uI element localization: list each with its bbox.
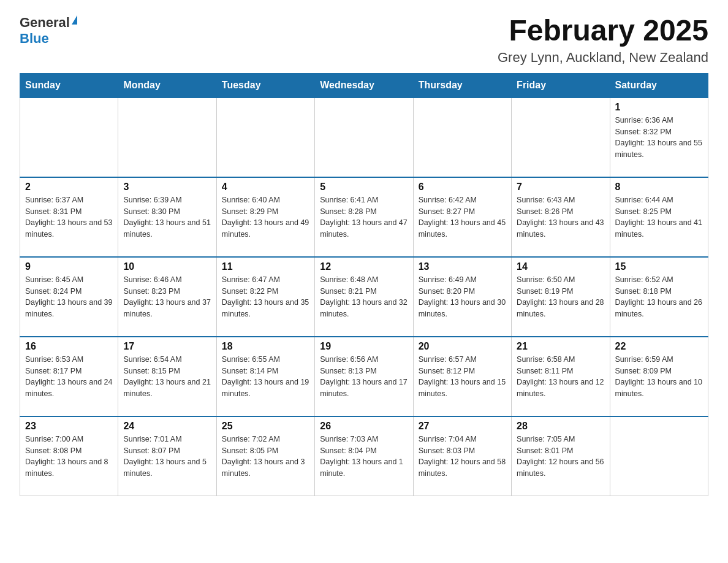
day-info: Sunrise: 6:55 AM Sunset: 8:14 PM Dayligh… bbox=[222, 354, 309, 400]
day-number: 17 bbox=[123, 341, 211, 352]
day-info: Sunrise: 7:05 AM Sunset: 8:01 PM Dayligh… bbox=[517, 434, 604, 480]
calendar-cell: 11Sunrise: 6:47 AM Sunset: 8:22 PM Dayli… bbox=[216, 257, 314, 337]
day-number: 3 bbox=[123, 182, 211, 193]
day-info: Sunrise: 7:04 AM Sunset: 8:03 PM Dayligh… bbox=[419, 434, 506, 480]
page-header: General Blue February 2025 Grey Lynn, Au… bbox=[20, 15, 708, 66]
day-number: 5 bbox=[320, 182, 408, 193]
day-number: 20 bbox=[419, 341, 506, 352]
calendar-cell: 17Sunrise: 6:54 AM Sunset: 8:15 PM Dayli… bbox=[118, 337, 216, 416]
day-number: 26 bbox=[320, 421, 408, 432]
day-info: Sunrise: 6:56 AM Sunset: 8:13 PM Dayligh… bbox=[320, 354, 408, 400]
calendar-cell: 25Sunrise: 7:02 AM Sunset: 8:05 PM Dayli… bbox=[216, 416, 314, 496]
logo: General Blue bbox=[20, 15, 77, 47]
calendar-cell: 20Sunrise: 6:57 AM Sunset: 8:12 PM Dayli… bbox=[413, 337, 511, 416]
day-number: 21 bbox=[517, 341, 604, 352]
day-info: Sunrise: 7:01 AM Sunset: 8:07 PM Dayligh… bbox=[123, 434, 211, 480]
logo-general-text: General bbox=[20, 15, 70, 31]
day-number: 11 bbox=[222, 261, 309, 272]
day-number: 4 bbox=[222, 182, 309, 193]
logo-triangle-icon bbox=[72, 15, 77, 25]
weekday-header-thursday: Thursday bbox=[413, 73, 511, 98]
logo-blue-text: Blue bbox=[20, 31, 49, 47]
day-number: 25 bbox=[222, 421, 309, 432]
day-info: Sunrise: 6:48 AM Sunset: 8:21 PM Dayligh… bbox=[320, 274, 408, 320]
day-info: Sunrise: 6:37 AM Sunset: 8:31 PM Dayligh… bbox=[25, 194, 113, 240]
calendar-cell bbox=[413, 98, 511, 177]
day-number: 19 bbox=[320, 341, 408, 352]
weekday-header-tuesday: Tuesday bbox=[216, 73, 314, 98]
day-info: Sunrise: 6:58 AM Sunset: 8:11 PM Dayligh… bbox=[517, 354, 604, 400]
day-info: Sunrise: 6:47 AM Sunset: 8:22 PM Dayligh… bbox=[222, 274, 309, 320]
calendar-cell: 4Sunrise: 6:40 AM Sunset: 8:29 PM Daylig… bbox=[216, 177, 314, 257]
day-info: Sunrise: 6:36 AM Sunset: 8:32 PM Dayligh… bbox=[615, 115, 703, 161]
calendar-cell bbox=[20, 98, 118, 177]
day-number: 2 bbox=[25, 182, 113, 193]
day-info: Sunrise: 7:00 AM Sunset: 8:08 PM Dayligh… bbox=[25, 434, 113, 480]
calendar-cell bbox=[216, 98, 314, 177]
calendar-cell: 27Sunrise: 7:04 AM Sunset: 8:03 PM Dayli… bbox=[413, 416, 511, 496]
day-info: Sunrise: 6:40 AM Sunset: 8:29 PM Dayligh… bbox=[222, 194, 309, 240]
calendar-cell: 24Sunrise: 7:01 AM Sunset: 8:07 PM Dayli… bbox=[118, 416, 216, 496]
day-number: 16 bbox=[25, 341, 113, 352]
weekday-header-friday: Friday bbox=[512, 73, 610, 98]
day-info: Sunrise: 7:02 AM Sunset: 8:05 PM Dayligh… bbox=[222, 434, 309, 480]
day-info: Sunrise: 6:53 AM Sunset: 8:17 PM Dayligh… bbox=[25, 354, 113, 400]
day-number: 15 bbox=[615, 261, 703, 272]
day-number: 7 bbox=[517, 182, 604, 193]
day-number: 12 bbox=[320, 261, 408, 272]
calendar-table: SundayMondayTuesdayWednesdayThursdayFrid… bbox=[20, 73, 708, 497]
weekday-header-wednesday: Wednesday bbox=[315, 73, 413, 98]
calendar-week-1: 1Sunrise: 6:36 AM Sunset: 8:32 PM Daylig… bbox=[20, 98, 708, 177]
day-number: 1 bbox=[615, 102, 703, 113]
calendar-week-4: 16Sunrise: 6:53 AM Sunset: 8:17 PM Dayli… bbox=[20, 337, 708, 416]
day-info: Sunrise: 6:50 AM Sunset: 8:19 PM Dayligh… bbox=[517, 274, 604, 320]
calendar-cell: 1Sunrise: 6:36 AM Sunset: 8:32 PM Daylig… bbox=[610, 98, 708, 177]
day-number: 24 bbox=[123, 421, 211, 432]
day-info: Sunrise: 6:41 AM Sunset: 8:28 PM Dayligh… bbox=[320, 194, 408, 240]
calendar-title: February 2025 bbox=[498, 15, 708, 47]
calendar-cell: 18Sunrise: 6:55 AM Sunset: 8:14 PM Dayli… bbox=[216, 337, 314, 416]
calendar-cell: 16Sunrise: 6:53 AM Sunset: 8:17 PM Dayli… bbox=[20, 337, 118, 416]
calendar-cell: 9Sunrise: 6:45 AM Sunset: 8:24 PM Daylig… bbox=[20, 257, 118, 337]
calendar-cell: 23Sunrise: 7:00 AM Sunset: 8:08 PM Dayli… bbox=[20, 416, 118, 496]
day-number: 18 bbox=[222, 341, 309, 352]
calendar-cell bbox=[512, 98, 610, 177]
day-number: 27 bbox=[419, 421, 506, 432]
day-info: Sunrise: 6:39 AM Sunset: 8:30 PM Dayligh… bbox=[123, 194, 211, 240]
day-info: Sunrise: 6:59 AM Sunset: 8:09 PM Dayligh… bbox=[615, 354, 703, 400]
day-info: Sunrise: 6:42 AM Sunset: 8:27 PM Dayligh… bbox=[419, 194, 506, 240]
day-info: Sunrise: 6:57 AM Sunset: 8:12 PM Dayligh… bbox=[419, 354, 506, 400]
day-number: 9 bbox=[25, 261, 113, 272]
calendar-cell: 7Sunrise: 6:43 AM Sunset: 8:26 PM Daylig… bbox=[512, 177, 610, 257]
weekday-header-row: SundayMondayTuesdayWednesdayThursdayFrid… bbox=[20, 73, 708, 98]
day-number: 8 bbox=[615, 182, 703, 193]
day-info: Sunrise: 6:54 AM Sunset: 8:15 PM Dayligh… bbox=[123, 354, 211, 400]
calendar-cell: 19Sunrise: 6:56 AM Sunset: 8:13 PM Dayli… bbox=[315, 337, 413, 416]
weekday-header-sunday: Sunday bbox=[20, 73, 118, 98]
day-number: 22 bbox=[615, 341, 703, 352]
calendar-cell: 12Sunrise: 6:48 AM Sunset: 8:21 PM Dayli… bbox=[315, 257, 413, 337]
weekday-header-saturday: Saturday bbox=[610, 73, 708, 98]
calendar-cell: 26Sunrise: 7:03 AM Sunset: 8:04 PM Dayli… bbox=[315, 416, 413, 496]
calendar-cell: 10Sunrise: 6:46 AM Sunset: 8:23 PM Dayli… bbox=[118, 257, 216, 337]
day-number: 23 bbox=[25, 421, 113, 432]
calendar-subtitle: Grey Lynn, Auckland, New Zealand bbox=[498, 50, 708, 66]
day-info: Sunrise: 6:45 AM Sunset: 8:24 PM Dayligh… bbox=[25, 274, 113, 320]
calendar-cell: 6Sunrise: 6:42 AM Sunset: 8:27 PM Daylig… bbox=[413, 177, 511, 257]
calendar-cell: 22Sunrise: 6:59 AM Sunset: 8:09 PM Dayli… bbox=[610, 337, 708, 416]
weekday-header-monday: Monday bbox=[118, 73, 216, 98]
day-info: Sunrise: 6:43 AM Sunset: 8:26 PM Dayligh… bbox=[517, 194, 604, 240]
day-number: 6 bbox=[419, 182, 506, 193]
day-info: Sunrise: 7:03 AM Sunset: 8:04 PM Dayligh… bbox=[320, 434, 408, 480]
calendar-cell: 3Sunrise: 6:39 AM Sunset: 8:30 PM Daylig… bbox=[118, 177, 216, 257]
day-info: Sunrise: 6:44 AM Sunset: 8:25 PM Dayligh… bbox=[615, 194, 703, 240]
calendar-cell: 28Sunrise: 7:05 AM Sunset: 8:01 PM Dayli… bbox=[512, 416, 610, 496]
calendar-cell: 15Sunrise: 6:52 AM Sunset: 8:18 PM Dayli… bbox=[610, 257, 708, 337]
calendar-week-5: 23Sunrise: 7:00 AM Sunset: 8:08 PM Dayli… bbox=[20, 416, 708, 496]
calendar-week-3: 9Sunrise: 6:45 AM Sunset: 8:24 PM Daylig… bbox=[20, 257, 708, 337]
calendar-cell: 5Sunrise: 6:41 AM Sunset: 8:28 PM Daylig… bbox=[315, 177, 413, 257]
calendar-cell bbox=[118, 98, 216, 177]
calendar-cell bbox=[315, 98, 413, 177]
calendar-cell: 13Sunrise: 6:49 AM Sunset: 8:20 PM Dayli… bbox=[413, 257, 511, 337]
calendar-cell: 14Sunrise: 6:50 AM Sunset: 8:19 PM Dayli… bbox=[512, 257, 610, 337]
